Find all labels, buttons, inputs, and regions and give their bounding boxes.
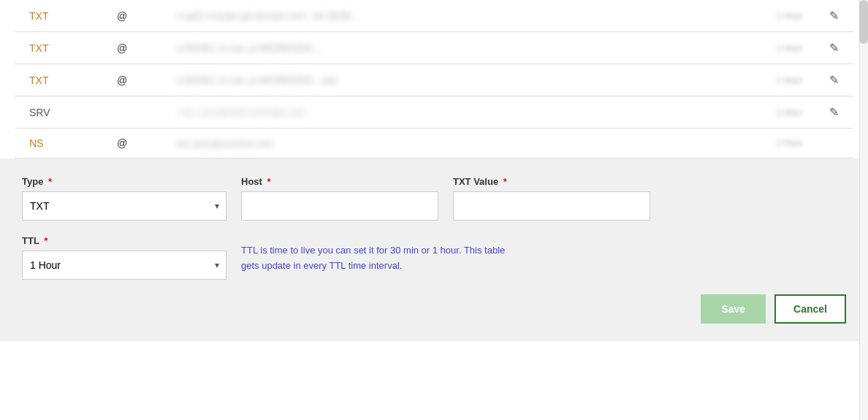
main-container: TXT @ v=spf1 include:spf.domain.com ~all…	[0, 0, 868, 420]
record-value: ns1.domaincontrol.com	[175, 138, 744, 149]
record-action[interactable]: ✎	[802, 9, 839, 23]
record-host: @	[117, 42, 175, 54]
table-row: TXT @ v=DKIM1; k=rsa; p=MIGfMA0GC... 1 H…	[15, 32, 853, 64]
record-action[interactable]: ✎	[802, 41, 839, 55]
table-row: TXT @ v=spf1 include:spf.domain.com ~all…	[15, 0, 853, 32]
edit-icon[interactable]: ✎	[829, 9, 839, 22]
record-host: @	[117, 75, 175, 86]
ttl-required: *	[44, 235, 47, 246]
record-value: v=DKIM1; k=rsa; p=MIGfMA0GC...ado	[175, 75, 744, 85]
type-label: Type *	[22, 176, 226, 187]
type-select[interactable]: A AAAA CNAME MX TXT SRV NS	[22, 191, 226, 221]
form-row-1: Type * A AAAA CNAME MX TXT SRV NS	[22, 176, 846, 221]
record-type: TXT	[29, 10, 117, 22]
ttl-info-text: TTL is time to live you can set it for 3…	[241, 237, 519, 280]
ttl-select-wrapper: 30 Minutes 1 Hour 6 Hours 12 Hours 1 Day	[22, 251, 226, 280]
host-group: Host *	[241, 176, 438, 221]
edit-icon[interactable]: ✎	[829, 106, 839, 118]
record-type: SRV	[29, 107, 117, 118]
cancel-button[interactable]: Cancel	[774, 294, 846, 324]
host-label: Host *	[241, 176, 438, 187]
txt-value-label: TXT Value *	[453, 176, 650, 187]
table-row: SRV _sip._tcp.domain.example.com Here yo…	[15, 96, 853, 129]
ttl-group: TTL * 30 Minutes 1 Hour 6 Hours 12 Hours…	[22, 235, 226, 280]
type-group: Type * A AAAA CNAME MX TXT SRV NS	[22, 176, 226, 221]
record-ttl: 1 Hour	[744, 43, 802, 53]
record-ttl: 1 Hour	[744, 75, 802, 85]
record-action[interactable]: ✎	[802, 73, 839, 87]
record-type: TXT	[29, 42, 117, 54]
record-value: v=DKIM1; k=rsa; p=MIGfMA0GC...	[175, 42, 744, 53]
host-required: *	[267, 176, 271, 187]
scrollbar-track[interactable]	[859, 0, 868, 420]
host-input[interactable]	[241, 191, 438, 221]
record-value: v=spf1 include:spf.domain.com ~all DKIM.…	[175, 10, 744, 21]
ttl-label: TTL *	[22, 235, 226, 246]
dns-records-table: TXT @ v=spf1 include:spf.domain.com ~all…	[0, 0, 868, 159]
scrollbar-thumb[interactable]	[859, 0, 868, 44]
record-host: @	[117, 10, 175, 22]
record-type: TXT	[29, 75, 117, 86]
edit-icon[interactable]: ✎	[829, 74, 839, 86]
record-ttl: 1 Hour	[744, 107, 802, 118]
txt-required: *	[503, 176, 507, 187]
form-actions: Save Cancel	[22, 294, 846, 324]
txt-value-input[interactable]	[453, 191, 650, 221]
type-select-wrapper: A AAAA CNAME MX TXT SRV NS	[22, 191, 226, 221]
record-value: _sip._tcp.domain.example.com Here you ca…	[175, 107, 744, 118]
record-action[interactable]: ✎	[802, 105, 839, 119]
record-ttl: 1 Hour	[744, 138, 802, 148]
save-button[interactable]: Save	[701, 294, 766, 324]
type-required: *	[48, 176, 52, 187]
form-row-2: TTL * 30 Minutes 1 Hour 6 Hours 12 Hours…	[22, 235, 846, 280]
add-record-form: Type * A AAAA CNAME MX TXT SRV NS	[0, 159, 868, 341]
edit-icon[interactable]: ✎	[829, 42, 839, 54]
table-row: NS @ ns1.domaincontrol.com 1 Hour	[15, 129, 853, 159]
txt-value-group: TXT Value *	[453, 176, 650, 221]
record-host: @	[117, 137, 175, 149]
ttl-select[interactable]: 30 Minutes 1 Hour 6 Hours 12 Hours 1 Day	[22, 251, 226, 280]
table-row: TXT @ v=DKIM1; k=rsa; p=MIGfMA0GC...ado …	[15, 64, 853, 96]
record-ttl: 1 Hour	[744, 11, 802, 21]
record-type: NS	[29, 137, 117, 149]
